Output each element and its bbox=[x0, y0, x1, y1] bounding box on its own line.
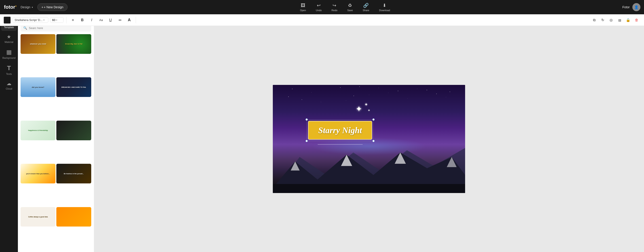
font-size-selector[interactable]: 60 ▾ bbox=[50, 17, 64, 23]
template-item-2[interactable]: Dream Big. Dare to Fail bbox=[56, 34, 91, 54]
case-icon: Aa bbox=[99, 18, 103, 22]
spacing-icon: ⇔ bbox=[118, 18, 122, 22]
template-text-1: whatever you need bbox=[20, 34, 56, 54]
canvas-area: ✦ ✦ ✦ bbox=[94, 26, 322, 126]
template-item-4[interactable]: DREAM BIG I AND DARE TO FAIL bbox=[56, 77, 91, 97]
underline-button[interactable]: U bbox=[107, 16, 114, 24]
sidebar-item-texts[interactable]: T Texts bbox=[1, 62, 17, 77]
template-text-6 bbox=[56, 121, 91, 126]
canvas-background[interactable]: ✦ ✦ ✦ bbox=[273, 85, 322, 126]
font-chevron-icon: ▾ bbox=[44, 19, 44, 21]
template-item-1[interactable]: whatever you need bbox=[20, 34, 56, 54]
text-toolbar: Shellahera Script 'D... ▾ 60 ▾ ≡ B I Aa … bbox=[0, 14, 322, 26]
handle-top-left[interactable] bbox=[306, 118, 308, 121]
font-family-selector[interactable]: Shellahera Script 'D... ▾ bbox=[12, 17, 48, 23]
cloud-label: Cloud bbox=[6, 87, 12, 90]
bold-button[interactable]: B bbox=[78, 16, 86, 24]
chevron-down-icon: ▾ bbox=[32, 6, 33, 8]
font-size-display: 60 bbox=[52, 18, 55, 22]
template-text-2: Dream Big. Dare to Fail bbox=[56, 34, 91, 54]
uppercase-button[interactable]: A bbox=[126, 16, 133, 24]
search-input[interactable] bbox=[29, 26, 88, 30]
template-text-3: did you know? bbox=[20, 77, 56, 97]
template-text-4: DREAM BIG I AND DARE TO FAIL bbox=[56, 77, 91, 97]
underline-icon: U bbox=[109, 18, 112, 22]
cloud-icon: ☁ bbox=[6, 81, 12, 86]
material-label: Material bbox=[4, 41, 13, 43]
separator-2 bbox=[136, 17, 136, 23]
template-item-3[interactable]: did you know? bbox=[20, 77, 56, 97]
canvas-text: Starry Night bbox=[318, 125, 322, 126]
text-element-selected[interactable]: Starry Night bbox=[308, 121, 322, 126]
nav-undo[interactable]: ↩ Undo bbox=[314, 2, 322, 12]
design-label: Design bbox=[20, 5, 30, 9]
background-label: Background bbox=[2, 56, 16, 59]
template-item-6[interactable] bbox=[56, 121, 91, 126]
new-design-button[interactable]: + + New Design bbox=[37, 3, 68, 11]
align-button[interactable]: ≡ bbox=[69, 16, 77, 24]
separator-1 bbox=[66, 17, 66, 23]
texts-label: Texts bbox=[6, 73, 12, 75]
spacing-button[interactable]: ⇔ bbox=[116, 16, 124, 24]
template-item-5[interactable]: happiness & friendship bbox=[20, 121, 56, 126]
logo-text: fotor® bbox=[4, 4, 17, 10]
search-icon: 🔍 bbox=[23, 26, 27, 30]
sidebar-item-background[interactable]: ▦ Background bbox=[1, 46, 17, 61]
size-chevron-icon: ▾ bbox=[56, 19, 57, 21]
logo: fotor® bbox=[0, 4, 18, 10]
texts-icon: T bbox=[7, 65, 11, 72]
text-box[interactable]: Starry Night bbox=[308, 121, 322, 126]
undo-label: Undo bbox=[316, 9, 322, 12]
top-navigation: fotor® Design ▾ + + New Design 🖼 Open ↩ … bbox=[0, 0, 322, 14]
case-button[interactable]: Aa bbox=[97, 16, 105, 24]
material-icon: ★ bbox=[7, 34, 11, 40]
background-icon: ▦ bbox=[6, 49, 12, 56]
font-name-display: Shellahera Script 'D... bbox=[14, 18, 42, 22]
left-sidebar: ◈ Template ★ Material ▦ Background T Tex… bbox=[0, 14, 18, 126]
new-design-label: + New Design bbox=[44, 5, 64, 9]
undo-icon: ↩ bbox=[317, 3, 321, 8]
sidebar-item-material[interactable]: ★ Material bbox=[1, 32, 17, 45]
uppercase-icon: A bbox=[128, 18, 131, 22]
nav-open[interactable]: 🖼 Open bbox=[298, 2, 308, 12]
plus-icon: + bbox=[42, 5, 44, 9]
canvas-wrapper: ✦ ✦ ✦ bbox=[273, 85, 322, 126]
stars-layer bbox=[273, 85, 322, 126]
logo-registered: ® bbox=[15, 5, 17, 7]
template-text-5: happiness & friendship bbox=[20, 121, 56, 126]
align-icon: ≡ bbox=[72, 18, 74, 22]
template-panel: Wallpaper 🔍 whatever you need Dream Big.… bbox=[18, 14, 94, 126]
text-element-container[interactable]: Starry Night bbox=[308, 121, 322, 126]
font-color-swatch[interactable] bbox=[4, 16, 11, 24]
bold-icon: B bbox=[81, 18, 84, 22]
italic-button[interactable]: I bbox=[88, 16, 96, 24]
open-icon: 🖼 bbox=[301, 3, 305, 8]
design-dropdown[interactable]: Design ▾ bbox=[18, 4, 36, 10]
sidebar-item-cloud[interactable]: ☁ Cloud bbox=[1, 78, 17, 92]
italic-icon: I bbox=[91, 18, 92, 22]
template-grid: whatever you need Dream Big. Dare to Fai… bbox=[18, 34, 94, 126]
template-label: Template bbox=[4, 26, 14, 28]
open-label: Open bbox=[300, 9, 306, 12]
nav-actions: 🖼 Open ↩ Undo ↪ Redo ♻ Save 🔗 Share ⬇ Do… bbox=[68, 2, 322, 12]
